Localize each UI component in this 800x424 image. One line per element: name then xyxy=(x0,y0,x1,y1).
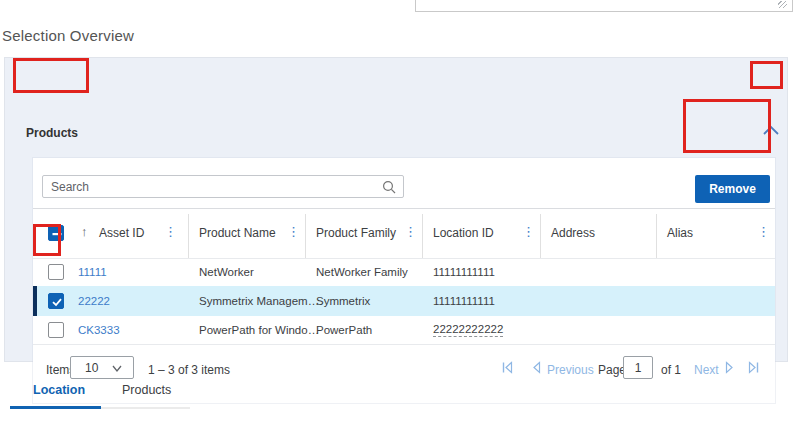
column-header-address[interactable]: Address xyxy=(551,226,595,240)
row-checkbox[interactable] xyxy=(48,264,64,280)
column-header-alias[interactable]: Alias xyxy=(667,226,693,240)
row-checkbox[interactable] xyxy=(48,322,64,338)
column-menu-icon[interactable]: ⋮ xyxy=(757,224,770,239)
table-row[interactable]: CK3333 PowerPath for Windo… PowerPath 22… xyxy=(33,316,775,344)
column-menu-icon[interactable]: ⋮ xyxy=(287,224,300,239)
products-panel: Products Remove ↑ xyxy=(4,57,788,362)
table-row[interactable]: 11111 NetWorker NetWorker Family 1111111… xyxy=(33,258,775,286)
sort-asc-icon[interactable]: ↑ xyxy=(81,224,88,239)
table-row[interactable]: 22222 Symmetrix Managem… Symmetrix 11111… xyxy=(33,286,775,316)
bottom-tabs: Location Products xyxy=(0,375,800,415)
cell-product-name: PowerPath for Windo… xyxy=(199,324,319,336)
tab-track xyxy=(101,407,190,409)
products-card: Remove ↑ Asset ID ⋮ Product Name ⋮ Produ… xyxy=(33,158,775,403)
asset-id-link[interactable]: 22222 xyxy=(78,295,110,307)
active-tab-underline xyxy=(10,406,101,409)
cell-product-family: Symmetrix xyxy=(316,295,370,307)
asset-id-link[interactable]: CK3333 xyxy=(78,324,120,336)
column-menu-icon[interactable]: ⋮ xyxy=(404,224,417,239)
column-header-product-family[interactable]: Product Family xyxy=(316,226,396,240)
column-menu-icon[interactable]: ⋮ xyxy=(164,224,177,239)
cell-location-id: 11111111111 xyxy=(433,295,495,307)
search-input[interactable] xyxy=(51,176,381,197)
page-title: Selection Overview xyxy=(2,27,134,44)
cell-location-id: 22222222222 xyxy=(433,323,503,337)
remove-button[interactable]: Remove xyxy=(695,175,770,203)
column-menu-icon[interactable]: ⋮ xyxy=(522,224,535,239)
page: Selection Overview Products Remove xyxy=(0,0,800,424)
cell-location-id: 11111111111 xyxy=(433,266,495,278)
asset-id-link[interactable]: 11111 xyxy=(78,266,107,278)
panel-title: Products xyxy=(26,126,78,140)
column-divider xyxy=(305,214,306,258)
resize-grip-icon[interactable] xyxy=(778,1,787,8)
column-divider xyxy=(188,214,189,258)
column-divider xyxy=(656,214,657,258)
textarea-fragment[interactable] xyxy=(415,0,793,12)
chevron-down-icon xyxy=(111,364,123,373)
chevron-up-icon xyxy=(759,125,783,142)
tab-location[interactable]: Location xyxy=(33,383,85,397)
items-per-page-value: 10 xyxy=(85,361,98,375)
check-icon xyxy=(50,295,64,309)
search-box xyxy=(42,175,404,198)
search-icon[interactable] xyxy=(382,180,396,198)
cell-product-name: Symmetrix Managem… xyxy=(199,295,319,307)
column-header-asset-id[interactable]: Asset ID xyxy=(99,226,144,240)
cell-product-name: NetWorker xyxy=(199,266,254,278)
tab-products[interactable]: Products xyxy=(122,383,171,397)
collapse-button[interactable] xyxy=(759,123,785,143)
table-header: ↑ Asset ID ⋮ Product Name ⋮ Product Fami… xyxy=(33,208,775,258)
cell-product-family: NetWorker Family xyxy=(316,266,408,278)
column-divider xyxy=(540,214,541,258)
column-divider xyxy=(422,214,423,258)
column-header-product-name[interactable]: Product Name xyxy=(199,226,276,240)
indeterminate-icon xyxy=(50,227,64,241)
cell-product-family: PowerPath xyxy=(316,324,372,336)
select-all-checkbox[interactable] xyxy=(48,225,64,241)
column-header-location-id[interactable]: Location ID xyxy=(433,226,494,240)
row-checkbox[interactable] xyxy=(48,293,64,309)
